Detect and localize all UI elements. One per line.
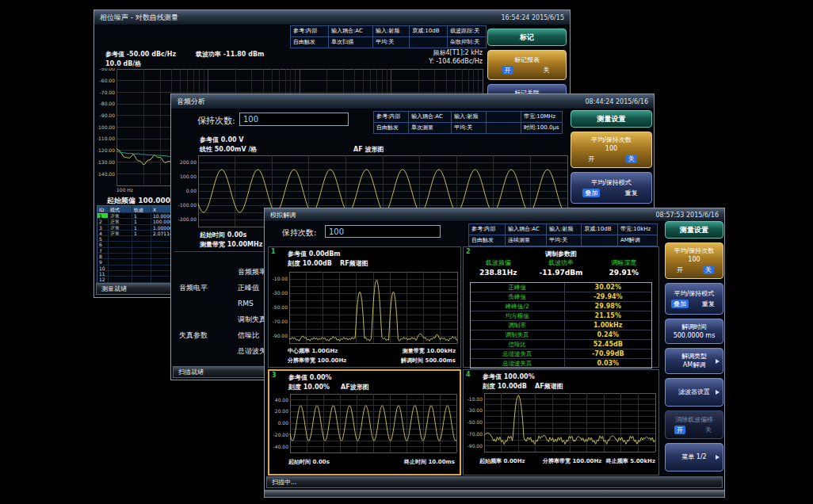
status-cell: 单次扫描 xyxy=(328,36,373,48)
status-cell: 参考:内部 xyxy=(468,223,506,235)
mod-param-headers: 载波频偏238.81Hz载波功率-11.97dBm调幅深度29.91% xyxy=(467,258,655,277)
window-title: 音频分析 xyxy=(177,97,205,107)
mod-head-value: 29.91% xyxy=(593,269,655,277)
softkey-title: 测量设置 xyxy=(571,115,651,123)
clock: 16:54:24 2015/6/15 xyxy=(502,14,565,21)
status-cell: 输入耦合:AC xyxy=(328,25,373,37)
af-waveform-chart: 40.0020.000.00-20.00-40.00 xyxy=(271,393,458,453)
softkey-menu-1-2[interactable]: 菜单 1/2 xyxy=(665,443,723,472)
softkey-demod-type[interactable]: 解调类型AM解调 xyxy=(665,348,723,374)
mod-param-label: 均方根值 xyxy=(471,311,565,320)
marker-cell xyxy=(109,254,132,259)
softkey-toggle-row: 开关 xyxy=(488,66,566,74)
status-table: 参考:内部输入耦合:AC输入:射频衰减:10dB带宽:10kHz自由触发连续测量… xyxy=(469,223,658,246)
status-text: 扫描就绪 xyxy=(178,368,204,376)
mod-param-value: -29.94% xyxy=(565,292,651,301)
status-cell: 输入耦合:AC xyxy=(408,111,452,123)
status-cell: 参考:内部 xyxy=(290,25,329,37)
marker-cell: 2 xyxy=(97,219,109,224)
status-cell xyxy=(486,111,521,123)
softkey-title: 测量设置 xyxy=(666,226,723,234)
y-axis-tick-label: -100.00 xyxy=(97,124,115,130)
panel-af-spectrum[interactable]: 4 参考值 100.00% 刻度 10.00dB AF频谱图 -10.00-30… xyxy=(463,369,659,475)
start-freq-caption: 起始频率 0.00Hz xyxy=(479,457,525,465)
status-cell: 载波跟踪:关 xyxy=(447,25,487,37)
status-cell xyxy=(486,122,521,134)
status-cell: 平均:关 xyxy=(451,122,487,134)
mod-head-col: 载波功率-11.97dBm xyxy=(529,258,592,277)
softkey-title: 平均/保持模式 xyxy=(571,179,651,187)
marker-cell: 正常 xyxy=(109,231,132,236)
panel-af-waveform[interactable]: 3 参考值 0.00% 刻度 10.00% AF波形图 40.0020.000.… xyxy=(268,369,461,475)
scale-readout: 刻度 10.00dB xyxy=(288,259,332,268)
y-axis-tick-label: 0.00 xyxy=(186,188,197,193)
mod-param-row: 正峰值30.02% xyxy=(471,283,651,292)
mod-head-value: -11.97dBm xyxy=(529,269,592,277)
toggle-option-active[interactable]: 开 xyxy=(502,66,513,74)
softkey-meas-setup[interactable]: 测量设置 xyxy=(571,110,652,128)
mod-param-label: 信噪比 xyxy=(471,340,565,349)
mod-param-row: 信噪比52.45dB xyxy=(471,340,651,349)
mod-param-row: 调制率1.00kHz xyxy=(471,321,651,330)
marker-cell: 1 xyxy=(132,225,151,231)
carrier-power-readout: 载波功率 -11.80 dBm xyxy=(196,50,264,59)
softkey-avg-hold-count[interactable]: 平均/保持次数100开关 xyxy=(665,242,723,279)
y-axis-tick-label: -10.00 xyxy=(273,276,288,281)
softkey-toggle-row: 开关 xyxy=(571,155,651,163)
toggle-option-active[interactable]: 开 xyxy=(674,426,685,434)
toggle-option[interactable]: 关 xyxy=(703,426,714,434)
stop-time-caption: 终止时间 10.00ms xyxy=(404,458,455,466)
mod-param-value: 1.00kHz xyxy=(565,321,651,330)
softkey-meas-setup[interactable]: 测量设置 xyxy=(665,221,723,239)
marker-cell xyxy=(132,259,151,265)
softkey-carrier-offset-remove[interactable]: 消除载波偏移开关 xyxy=(665,410,723,439)
status-cell: 衰减:10dB xyxy=(581,223,618,235)
softkey-avg-hold-mode[interactable]: 平均/保持模式叠加重复 xyxy=(665,283,723,315)
hold-count-input[interactable] xyxy=(239,113,349,126)
toggle-option-active[interactable]: 关 xyxy=(703,265,714,274)
start-time-caption: 起始时间 0.00s xyxy=(288,458,330,466)
hold-count-input[interactable] xyxy=(325,225,441,238)
panel-rf-spectrum[interactable]: 1 参考值 0.00dBm 刻度 10.00dB RF频谱图 -10.00-30… xyxy=(268,246,461,368)
marker-cell: 正常 xyxy=(109,225,132,231)
softkey-marker[interactable]: 标记 xyxy=(487,29,567,46)
status-cell: 自由触发 xyxy=(373,122,409,134)
stop-freq-caption: 终止频率 5.00kHz xyxy=(606,457,655,465)
status-cell: 平均:关 xyxy=(546,235,582,246)
softkey-title: 平均/保持次数 xyxy=(571,136,651,144)
y-axis-tick-label: 0.00 xyxy=(278,420,289,426)
param-group-label: 失真参数 xyxy=(176,311,238,359)
softkey-avg-hold-mode[interactable]: 平均/保持模式叠加重复 xyxy=(571,172,652,204)
softkey-demod-time[interactable]: 解调时间500.0000 ms xyxy=(665,319,723,344)
submenu-arrow-icon xyxy=(716,390,719,395)
toggle-option[interactable]: 重复 xyxy=(700,300,717,308)
softkey-marker-report[interactable]: 标记报表开关 xyxy=(487,50,567,80)
softkey-avg-hold-count[interactable]: 平均/保持次数100开关 xyxy=(571,132,652,168)
toggle-option[interactable]: 开 xyxy=(674,265,685,274)
table-title: 调制参数图 xyxy=(464,250,658,258)
toggle-option[interactable]: 开 xyxy=(586,155,597,163)
marker-cell xyxy=(132,271,151,277)
marker-cell xyxy=(109,271,132,277)
marker-readout-y: Y: -104.66dBc/Hz xyxy=(387,58,483,65)
marker-cell: 3 xyxy=(97,225,109,231)
mod-head-value: 238.81Hz xyxy=(467,269,529,277)
marker-cell: 7 xyxy=(97,248,109,254)
toggle-option-active[interactable]: 叠加 xyxy=(582,189,600,197)
clock: 08:44:24 2015/6/16 xyxy=(586,98,649,105)
status-cell: 时间:100.0μs xyxy=(521,122,563,134)
toggle-option-active[interactable]: 叠加 xyxy=(671,300,689,308)
toggle-option[interactable]: 重复 xyxy=(623,189,640,197)
toggle-option[interactable]: 关 xyxy=(541,66,552,74)
y-axis-tick-label: -60.00 xyxy=(100,78,116,83)
softkey-filter-setup[interactable]: 滤波器设置 xyxy=(665,378,723,407)
window-title: 相位噪声 - 对数曲线测量 xyxy=(100,13,178,23)
meas-bw-caption: 测量带宽 10.00kHz xyxy=(403,347,456,355)
marker-cell: 1 xyxy=(132,213,151,219)
y-axis-tick-label: -40.00 xyxy=(273,444,289,449)
panel-mod-params[interactable]: 2 调制参数图 载波频偏238.81Hz载波功率-11.97dBm调幅深度29.… xyxy=(463,246,659,368)
af-spectrum-chart: -10.00-30.00-50.00-70.00-90.00 xyxy=(465,392,657,452)
y-axis-tick-label: -20.00 xyxy=(273,432,289,437)
y-axis-tick-label: -50.00 xyxy=(273,304,288,310)
toggle-option-active[interactable]: 关 xyxy=(626,155,637,163)
